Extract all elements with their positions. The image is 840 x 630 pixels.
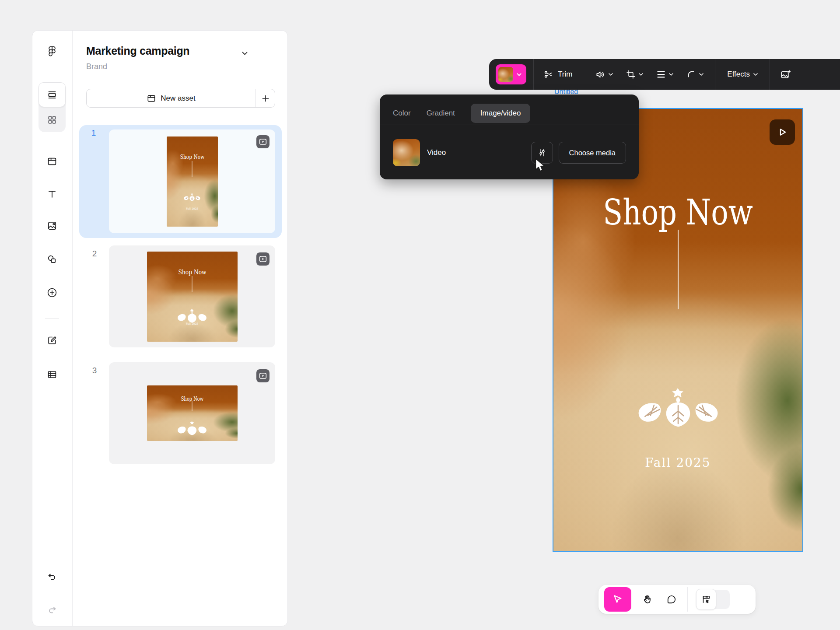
poster-divider-line xyxy=(678,230,679,309)
asset-item-1[interactable]: 1 Shop Now xyxy=(79,125,282,238)
grid-view-icon xyxy=(47,115,57,125)
asset-list-panel: Marketing campaign Brand New asset xyxy=(72,31,287,626)
video-badge-icon xyxy=(256,252,270,266)
undo-button[interactable] xyxy=(43,568,61,586)
trim-button[interactable]: Trim xyxy=(558,70,572,79)
media-fill-button[interactable] xyxy=(496,64,526,84)
replace-image-button[interactable] xyxy=(780,69,791,80)
poster-season-label: Fall 2025 xyxy=(167,207,218,210)
measure-tool-group[interactable] xyxy=(696,590,730,609)
figma-logo-icon xyxy=(46,46,58,57)
slides-view-icon xyxy=(47,90,57,100)
table-tool-button[interactable] xyxy=(43,366,61,383)
new-asset-icon xyxy=(147,94,156,103)
project-menu-button[interactable] xyxy=(239,48,250,59)
table-icon xyxy=(47,369,57,380)
poster-artwork: Shop Now xyxy=(167,136,218,227)
image-icon xyxy=(47,220,57,231)
poster-season-label: Fall 2025 xyxy=(147,429,238,432)
ruler-cursor-icon xyxy=(701,594,711,605)
botanical-emblem-icon xyxy=(182,192,202,204)
plus-circle-icon xyxy=(46,287,58,298)
project-subtitle: Brand xyxy=(86,62,107,71)
effects-button[interactable]: Effects xyxy=(727,70,750,79)
new-asset-plus-button[interactable] xyxy=(256,89,275,107)
canvas-tool-dock xyxy=(598,585,756,614)
comment-bubble-icon xyxy=(666,594,677,605)
fill-popover: Color Gradient Image/video Video Choose … xyxy=(380,94,639,179)
tool-rail xyxy=(32,31,73,626)
corner-radius-button[interactable] xyxy=(686,69,696,80)
app-window: Marketing campaign Brand New asset xyxy=(0,0,840,630)
chevron-down-icon[interactable] xyxy=(669,73,673,76)
poster-artwork: Shop Now Fall 2025 xyxy=(147,385,238,441)
scissors-icon xyxy=(543,69,554,80)
chevron-down-icon xyxy=(242,52,248,55)
select-tool-button[interactable] xyxy=(604,587,631,612)
poster-season-label: Fall 2025 xyxy=(553,455,802,470)
fill-tabs: Color Gradient Image/video xyxy=(393,100,630,127)
image-tool-button[interactable] xyxy=(43,217,61,234)
choose-media-button[interactable]: Choose media xyxy=(559,142,626,164)
poster-artwork: Shop Now Fal xyxy=(147,252,238,342)
edit-icon xyxy=(47,335,57,346)
chevron-down-icon[interactable] xyxy=(609,73,613,76)
sliders-icon xyxy=(537,147,547,158)
undo-icon xyxy=(47,572,57,582)
audio-button[interactable] xyxy=(595,69,606,80)
tab-image-video[interactable]: Image/video xyxy=(471,104,531,123)
toolbar-divider xyxy=(533,59,534,90)
shapes-tool-button[interactable] xyxy=(43,251,61,268)
asset-card[interactable]: Shop Now xyxy=(109,130,275,233)
add-tool-button[interactable] xyxy=(43,284,61,301)
dock-divider xyxy=(687,587,688,612)
asset-item-3[interactable]: 3 Shop Now xyxy=(109,362,275,464)
crop-button[interactable] xyxy=(626,69,636,80)
video-thumbnail[interactable] xyxy=(393,139,420,166)
poster-season-label: Fall 2025 xyxy=(147,322,238,325)
poster-headline: Shop Now xyxy=(155,269,229,276)
asset-number: 1 xyxy=(88,128,99,138)
tab-color[interactable]: Color xyxy=(393,109,411,118)
video-badge-icon xyxy=(256,135,270,148)
video-badge-icon xyxy=(256,369,270,382)
play-preview-button[interactable] xyxy=(770,119,795,145)
redo-button[interactable] xyxy=(43,602,61,619)
measure-tool-button[interactable] xyxy=(696,589,716,610)
asset-card[interactable]: Shop Now Fall 2025 xyxy=(109,362,275,464)
layout-icon xyxy=(47,156,57,167)
grid-view-button[interactable] xyxy=(38,107,66,132)
poster-divider-line xyxy=(192,401,192,411)
popover-divider xyxy=(380,125,639,125)
hand-tool-button[interactable] xyxy=(635,587,659,612)
toolbar-divider xyxy=(715,59,715,90)
asset-card[interactable]: Shop Now Fal xyxy=(109,245,275,347)
asset-thumbnail: Shop Now Fall 2025 xyxy=(147,385,238,441)
edit-tool-button[interactable] xyxy=(43,332,61,349)
figma-logo-button[interactable] xyxy=(43,42,61,60)
text-tool-button[interactable] xyxy=(43,186,61,203)
chevron-down-icon[interactable] xyxy=(753,73,758,76)
poster-headline: Shop Now xyxy=(576,195,780,230)
choose-media-label: Choose media xyxy=(569,149,616,157)
chevron-down-icon[interactable] xyxy=(639,73,643,76)
shapes-icon xyxy=(47,254,57,265)
cursor-tool-icon xyxy=(612,594,623,605)
toolbar-divider xyxy=(583,59,583,90)
selection-toolbar: Trim xyxy=(489,59,840,90)
assets-view-button[interactable] xyxy=(38,82,66,107)
project-title: Marketing campaign xyxy=(86,45,189,57)
asset-item-2[interactable]: 2 Shop Now xyxy=(109,245,275,347)
new-asset-button[interactable]: New asset xyxy=(87,89,256,107)
media-type-label: Video xyxy=(427,148,531,157)
spacing-button[interactable] xyxy=(656,69,666,80)
asset-number: 3 xyxy=(89,366,100,375)
rail-divider xyxy=(45,318,59,318)
chevron-down-icon[interactable] xyxy=(699,73,704,76)
botanical-emblem-icon xyxy=(630,385,725,440)
play-icon xyxy=(777,126,788,138)
comment-tool-button[interactable] xyxy=(659,587,684,612)
tab-gradient[interactable]: Gradient xyxy=(427,109,455,118)
poster-headline: Shop Now xyxy=(171,154,213,160)
template-tool-button[interactable] xyxy=(43,153,61,170)
